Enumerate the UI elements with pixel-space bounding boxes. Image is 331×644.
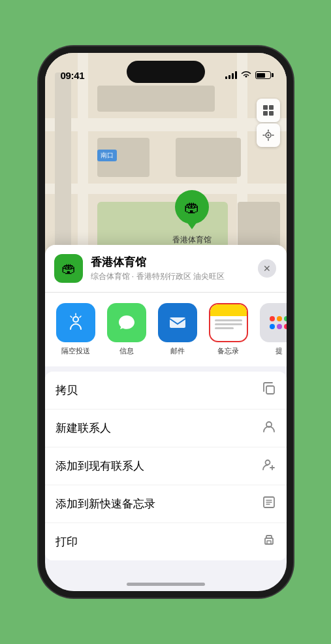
- add-notes-label: 添加到新快速备忘录: [55, 496, 155, 511]
- venue-name: 香港体育馆: [91, 255, 250, 270]
- add-notes-icon: [262, 495, 276, 513]
- home-indicator: [127, 583, 205, 586]
- status-icons: [225, 71, 271, 80]
- signal-icon: [225, 71, 237, 79]
- new-contact-icon: [262, 419, 276, 437]
- map-view-button[interactable]: [257, 99, 280, 122]
- action-copy[interactable]: 拷贝: [45, 372, 287, 410]
- svg-point-10: [265, 460, 270, 465]
- airdrop-label: 隔空投送: [61, 346, 90, 356]
- more-label: 提: [276, 346, 283, 356]
- dynamic-island: [127, 61, 205, 83]
- notes-icon: [209, 303, 248, 342]
- action-print[interactable]: 打印: [45, 523, 287, 560]
- action-new-contact[interactable]: 新建联系人: [45, 410, 287, 447]
- action-add-existing[interactable]: 添加到现有联系人: [45, 447, 287, 485]
- battery-icon: [255, 71, 271, 79]
- mail-label: 邮件: [170, 346, 185, 356]
- svg-rect-8: [266, 386, 274, 394]
- map-controls: [257, 99, 280, 147]
- share-item-airdrop[interactable]: 隔空投送: [53, 303, 99, 356]
- action-list: 拷贝 新建联系人: [45, 372, 287, 560]
- share-row: 隔空投送 信息 邮件: [45, 293, 287, 372]
- location-button[interactable]: [257, 123, 280, 147]
- print-label: 打印: [55, 534, 78, 549]
- action-copy-label: 拷贝: [55, 383, 78, 398]
- svg-rect-7: [170, 317, 185, 328]
- venue-subtitle: 综合体育馆 · 香港特别行政区 油尖旺区: [91, 271, 250, 282]
- phone-frame: 09:41: [39, 46, 293, 598]
- location-pin: 🏟 香港体育馆: [172, 190, 212, 246]
- action-add-notes[interactable]: 添加到新快速备忘录: [45, 485, 287, 523]
- venue-header: 🏟 香港体育馆 综合体育馆 · 香港特别行政区 油尖旺区 ✕: [45, 245, 287, 293]
- new-contact-label: 新建联系人: [55, 421, 111, 436]
- svg-rect-2: [263, 111, 268, 116]
- share-item-more[interactable]: 提: [257, 303, 287, 356]
- venue-icon: 🏟: [54, 254, 83, 283]
- map-label: 南口: [97, 150, 117, 161]
- status-time: 09:41: [61, 70, 85, 81]
- bottom-sheet: 🏟 香港体育馆 综合体育馆 · 香港特别行政区 油尖旺区 ✕ 隔空投送: [45, 245, 287, 591]
- add-existing-label: 添加到现有联系人: [55, 459, 144, 474]
- svg-rect-0: [263, 105, 268, 110]
- share-item-message[interactable]: 信息: [104, 303, 150, 356]
- svg-point-6: [73, 317, 78, 322]
- more-icon: [260, 303, 287, 342]
- wifi-icon: [241, 71, 251, 80]
- pin-label: 香港体育馆: [172, 234, 212, 246]
- print-icon: [262, 533, 276, 551]
- message-label: 信息: [119, 346, 134, 356]
- message-icon: [107, 303, 146, 342]
- svg-rect-13: [267, 541, 271, 544]
- share-item-mail[interactable]: 邮件: [155, 303, 200, 356]
- close-button[interactable]: ✕: [258, 259, 276, 278]
- share-item-notes[interactable]: 备忘录: [206, 303, 251, 356]
- svg-rect-3: [269, 111, 274, 116]
- notes-label: 备忘录: [217, 346, 239, 356]
- svg-rect-1: [269, 105, 274, 110]
- airdrop-icon: [56, 303, 95, 342]
- copy-icon: [262, 381, 276, 399]
- mail-icon: [158, 303, 197, 342]
- add-existing-icon: [262, 457, 276, 475]
- svg-point-5: [267, 135, 269, 137]
- venue-info: 香港体育馆 综合体育馆 · 香港特别行政区 油尖旺区: [91, 255, 250, 282]
